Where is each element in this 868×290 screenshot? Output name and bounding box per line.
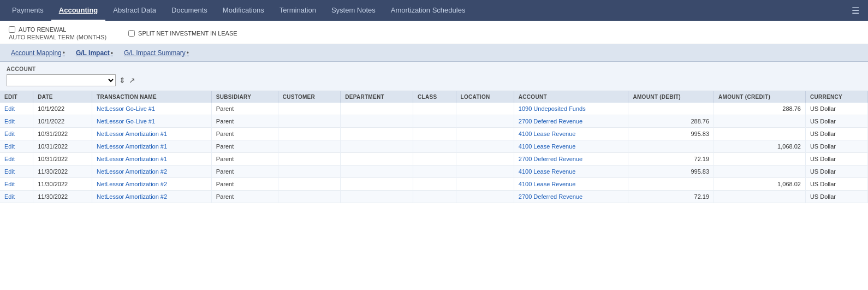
edit-link[interactable]: Edit: [0, 115, 33, 128]
debit-cell: 995.83: [628, 165, 714, 178]
subsidiary-cell: Parent: [211, 128, 278, 140]
table-header: EDIT DATE TRANSACTION NAME SUBSIDIARY CU…: [0, 91, 868, 103]
transaction-link[interactable]: NetLessor Amortization #2: [92, 165, 212, 178]
col-amount-credit: AMOUNT (CREDIT): [714, 91, 806, 103]
split-net-group: SPLIT NET INVESTMENT IN LEASE: [128, 30, 237, 37]
department-cell: [341, 153, 413, 165]
edit-link[interactable]: Edit: [0, 140, 33, 153]
department-cell: [341, 128, 413, 140]
nav-amortization-schedules[interactable]: Amortization Schedules: [383, 0, 473, 21]
edit-link[interactable]: Edit: [0, 153, 33, 165]
top-navigation: Payments Accounting Abstract Data Docume…: [0, 0, 868, 21]
transaction-link[interactable]: NetLessor Amortization #1: [92, 128, 212, 140]
table-row: Edit10/31/2022NetLessor Amortization #1P…: [0, 128, 868, 140]
filter-row: ⇕ ↗: [7, 74, 861, 86]
gl-impact-table-container: EDIT DATE TRANSACTION NAME SUBSIDIARY CU…: [0, 91, 868, 203]
split-net-checkbox[interactable]: [128, 30, 135, 37]
currency-cell: US Dollar: [805, 165, 867, 178]
account-cell[interactable]: 2700 Deferred Revenue: [514, 115, 628, 128]
table-body: Edit10/1/2022NetLessor Go-Live #1Parent1…: [0, 103, 868, 203]
transaction-link[interactable]: NetLessor Go-Live #1: [92, 103, 212, 115]
credit-cell: 1,068.02: [714, 140, 806, 153]
table-row: Edit10/1/2022NetLessor Go-Live #1Parent2…: [0, 115, 868, 128]
subtab-gl-impact[interactable]: G/L Impact•: [72, 44, 117, 62]
edit-link[interactable]: Edit: [0, 103, 33, 115]
nav-termination[interactable]: Termination: [272, 0, 324, 21]
subsidiary-cell: Parent: [211, 115, 278, 128]
table-row: Edit11/30/2022NetLessor Amortization #2P…: [0, 191, 868, 203]
debit-cell: 995.83: [628, 128, 714, 140]
subsidiary-cell: Parent: [211, 191, 278, 203]
dropdown-icon[interactable]: ⇕: [119, 76, 126, 85]
gl-impact-table: EDIT DATE TRANSACTION NAME SUBSIDIARY CU…: [0, 91, 868, 203]
table-row: Edit10/31/2022NetLessor Amortization #1P…: [0, 153, 868, 165]
edit-link[interactable]: Edit: [0, 128, 33, 140]
nav-system-notes[interactable]: System Notes: [324, 0, 383, 21]
location-cell: [456, 103, 514, 115]
department-cell: [341, 115, 413, 128]
department-cell: [341, 191, 413, 203]
transaction-link[interactable]: NetLessor Amortization #2: [92, 178, 212, 191]
date-cell: 11/30/2022: [33, 165, 92, 178]
subtab-account-mapping[interactable]: Account Mapping•: [7, 44, 69, 62]
account-cell[interactable]: 4100 Lease Revenue: [514, 140, 628, 153]
edit-link[interactable]: Edit: [0, 165, 33, 178]
subtab-gl-impact-summary[interactable]: G/L Impact Summary•: [120, 44, 193, 62]
auto-renewal-group: AUTO RENEWAL AUTO RENEWAL TERM (MONTHS): [9, 26, 106, 40]
nav-modifications[interactable]: Modifications: [215, 0, 272, 21]
col-date: DATE: [33, 91, 92, 103]
account-cell[interactable]: 2700 Deferred Revenue: [514, 191, 628, 203]
location-cell: [456, 128, 514, 140]
col-class: CLASS: [413, 91, 456, 103]
col-edit: EDIT: [0, 91, 33, 103]
transaction-link[interactable]: NetLessor Amortization #1: [92, 140, 212, 153]
debit-cell: 72.19: [628, 153, 714, 165]
date-cell: 10/1/2022: [33, 103, 92, 115]
col-account: ACCOUNT: [514, 91, 628, 103]
currency-cell: US Dollar: [805, 153, 867, 165]
transaction-link[interactable]: NetLessor Go-Live #1: [92, 115, 212, 128]
col-location: LOCATION: [456, 91, 514, 103]
auto-renewal-checkbox-row: AUTO RENEWAL: [9, 26, 106, 33]
table-row: Edit10/31/2022NetLessor Amortization #1P…: [0, 140, 868, 153]
menu-icon[interactable]: ☰: [847, 3, 864, 18]
account-filter-select[interactable]: [7, 74, 116, 86]
customer-cell: [278, 178, 341, 191]
currency-cell: US Dollar: [805, 103, 867, 115]
nav-documents[interactable]: Documents: [164, 0, 215, 21]
account-cell[interactable]: 4100 Lease Revenue: [514, 128, 628, 140]
currency-cell: US Dollar: [805, 128, 867, 140]
account-cell[interactable]: 4100 Lease Revenue: [514, 178, 628, 191]
customer-cell: [278, 153, 341, 165]
auto-renewal-checkbox[interactable]: [9, 26, 15, 33]
external-link-icon[interactable]: ↗: [129, 76, 135, 85]
customer-cell: [278, 140, 341, 153]
account-cell[interactable]: 4100 Lease Revenue: [514, 165, 628, 178]
edit-link[interactable]: Edit: [0, 178, 33, 191]
credit-cell: [714, 165, 806, 178]
customer-cell: [278, 165, 341, 178]
col-currency: CURRENCY: [805, 91, 867, 103]
nav-abstract-data[interactable]: Abstract Data: [105, 0, 164, 21]
col-transaction-name: TRANSACTION NAME: [92, 91, 212, 103]
account-cell[interactable]: 1090 Undeposited Funds: [514, 103, 628, 115]
customer-cell: [278, 103, 341, 115]
transaction-link[interactable]: NetLessor Amortization #2: [92, 191, 212, 203]
edit-link[interactable]: Edit: [0, 191, 33, 203]
table-row: Edit10/1/2022NetLessor Go-Live #1Parent1…: [0, 103, 868, 115]
subsidiary-cell: Parent: [211, 103, 278, 115]
account-cell[interactable]: 2700 Deferred Revenue: [514, 153, 628, 165]
class-cell: [413, 153, 456, 165]
currency-cell: US Dollar: [805, 115, 867, 128]
transaction-link[interactable]: NetLessor Amortization #1: [92, 153, 212, 165]
currency-cell: US Dollar: [805, 178, 867, 191]
credit-cell: [714, 153, 806, 165]
department-cell: [341, 178, 413, 191]
department-cell: [341, 140, 413, 153]
credit-cell: [714, 128, 806, 140]
nav-payments[interactable]: Payments: [4, 0, 51, 21]
subsidiary-cell: Parent: [211, 165, 278, 178]
credit-cell: [714, 191, 806, 203]
nav-accounting[interactable]: Accounting: [51, 0, 106, 21]
col-department: DEPARTMENT: [341, 91, 413, 103]
